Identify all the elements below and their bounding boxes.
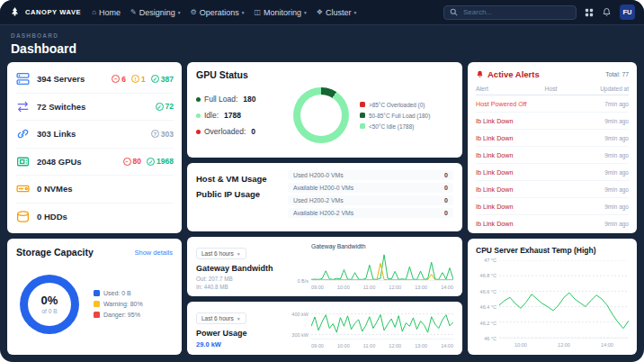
nav-item-operations[interactable]: ⚙Operations▾ [191,8,245,17]
y-tick-label: 46.6 °C [480,289,496,294]
alert-updated: 9min ago [585,135,629,141]
badge-count: 6 [121,75,126,84]
alert-updated: 7min ago [585,101,629,107]
bell-icon[interactable] [602,7,612,17]
y-tick-label: 300 kW [291,332,309,338]
alerts-title: Active Alerts [487,69,540,79]
badge-count: 387 [161,75,174,84]
inventory-label: 0 NVMes [37,184,73,194]
alert-row[interactable]: Ib Link Down9min ago [476,147,629,164]
alert-name[interactable]: Ib Link Down [476,117,545,125]
gpu-icon [15,154,31,169]
alert-row[interactable]: Ib Link Down9min ago [476,215,629,231]
x-tick-label: 14:00 [441,285,453,290]
y-tick-label: 400 kW [291,312,309,317]
status-badge-error: −80 [123,157,141,166]
inventory-row[interactable]: 0 NVMes [15,176,174,204]
gateway-chart: Gateway Bandwidth 0 B/s 09:0010:0011:001… [288,243,453,290]
alert-name[interactable]: Ib Link Down [476,220,545,228]
x-tick-label: 10:00 [337,285,350,290]
inventory-card: 394 Servers−6!1✓38772 Switches✓72303 Lin… [7,62,182,233]
ok-icon: ✓ [156,103,164,111]
alert-updated: 9min ago [585,221,629,227]
alert-name[interactable]: Host Powered Off [476,100,545,108]
power-value: 29.0 kW [196,340,279,348]
legend-label: Warning: 80% [103,301,143,307]
chevron-down-icon: ▾ [304,10,307,15]
alerts-total: Total: 77 [605,71,629,77]
alert-row[interactable]: Ib Link Down9min ago [476,198,629,215]
alert-name[interactable]: Ib Link Down [476,203,545,211]
status-badges: −6!1✓387 [112,75,174,84]
avatar[interactable]: FU [620,5,635,20]
cpu-y-axis: 47 °C46.8 °C46.6 °C46.4 °C46.2 °C46 °C [476,260,499,339]
inventory-row[interactable]: 0 HDDs [15,204,174,231]
alert-row[interactable]: Ib Link Down9min ago [476,181,629,198]
stat-label: Idle: [204,111,219,120]
nav-item-home[interactable]: ⌂Home [92,8,121,17]
alert-name[interactable]: Ib Link Down [476,134,545,142]
public-ip-title: Public IP Usage [196,189,279,199]
nav-item-cluster[interactable]: ❖Cluster▾ [317,8,356,17]
show-details-link[interactable]: Show details [134,249,173,257]
alert-row[interactable]: Ib Link Down9min ago [476,130,629,147]
middle-column: GPU Status Full Load:180Idle:1788Overloa… [187,62,462,355]
inventory-row[interactable]: 2048 GPUs−80✓1968 [15,149,174,176]
switch-icon [15,99,31,114]
x-tick-label: 14:00 [601,342,613,348]
inventory-row[interactable]: 72 Switches✓72 [15,94,174,122]
alert-row[interactable]: Ib Link Down9min ago [476,164,629,181]
inventory-row[interactable]: 303 Links?303 [15,121,174,149]
legend-item: Danger: 95% [94,312,143,318]
chevron-down-icon: ▼ [237,316,241,321]
gateway-title: Gateway Bandwidth [196,264,279,273]
canopy-wave-logo-icon [9,6,21,18]
gateway-bandwidth-card: Last 6 hours ▼ Gateway Bandwidth Out: 20… [187,237,462,296]
alert-name[interactable]: Ib Link Down [476,186,545,194]
x-tick-label: 10:00 [337,343,350,348]
status-badge-unknown: ?303 [151,130,174,139]
legend-label: >85°C Overloaded (0) [369,102,425,108]
error-icon: − [123,158,131,166]
alert-name[interactable]: Ib Link Down [476,151,545,159]
nav-item-designing[interactable]: ✎Designing▾ [130,8,181,17]
legend-swatch [94,312,100,318]
badge-count: 1 [141,75,146,84]
ok-icon: ✓ [151,75,159,83]
operations-icon: ⚙ [191,8,197,16]
legend-label: Danger: 95% [103,312,140,318]
y-tick-label: 47 °C [484,258,496,263]
gpu-donut-chart [293,87,349,143]
server-icon [15,71,31,86]
apps-grid-icon[interactable] [585,8,594,17]
nav-item-label: Monitoring [264,8,301,17]
inventory-row[interactable]: 394 Servers−6!1✓387 [15,66,174,94]
legend-swatch [360,102,365,107]
badge-count: 80 [133,157,141,166]
alert-row[interactable]: Ib Link Down9min ago [476,113,629,130]
alert-name[interactable]: Ib Link Down [476,168,545,176]
search-box[interactable] [443,5,577,20]
dashboard-content: 394 Servers−6!1✓38772 Switches✓72303 Lin… [0,60,644,362]
gateway-out: Out: 207.7 MB [196,276,233,282]
time-range-dropdown[interactable]: Last 6 hours ▼ [196,248,246,259]
x-tick-label: 13:00 [415,343,427,348]
legend-label: <50°C Idle (1788) [369,123,414,130]
brand[interactable]: CANOPY WAVE [9,6,81,18]
status-badges: ✓72 [156,102,174,111]
inventory-label: 72 Switches [37,102,85,112]
warn-icon: ! [131,75,139,83]
host-vm-row: Available H200-2 VMs0 [288,208,453,218]
nav-item-monitoring[interactable]: ◫Monitoring▾ [255,8,307,17]
time-range-label: Last 6 hours [201,315,234,321]
designing-icon: ✎ [130,8,137,16]
power-y-axis: 400 kW300 kW [288,310,311,339]
time-range-dropdown[interactable]: Last 6 hours ▼ [196,312,246,324]
chevron-down-icon: ▼ [237,251,241,257]
legend-swatch [360,113,365,118]
x-tick-label: 12:00 [389,343,401,348]
alert-row[interactable]: Host Powered Off7min ago [476,95,629,113]
search-input[interactable] [461,7,570,17]
col-alert: Alert [476,86,545,92]
storage-title: Storage Capacity [16,247,94,258]
